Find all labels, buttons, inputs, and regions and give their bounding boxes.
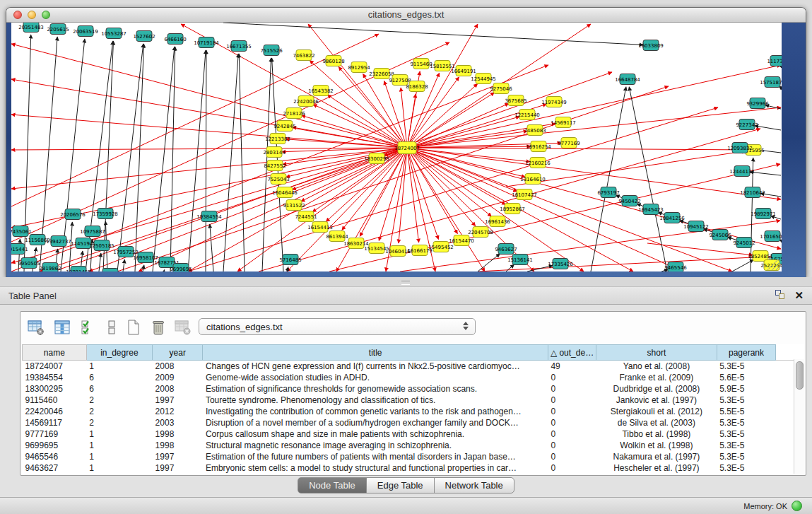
table-cell[interactable]: 5.3E-5 (717, 462, 776, 474)
table-row[interactable]: 2242004622012Investigating the contribut… (23, 406, 804, 417)
delete-table-button[interactable] (173, 317, 193, 337)
table-cell[interactable]: 0 (548, 428, 596, 440)
table-cell[interactable]: 5.3E-5 (717, 451, 776, 462)
table-row[interactable]: 1938455462009Genome-wide association stu… (23, 372, 804, 383)
table-cell[interactable]: 2 (86, 395, 152, 406)
table-cell[interactable]: 5.3E-5 (717, 428, 776, 440)
column-header-title[interactable]: title (203, 345, 548, 361)
table-cell[interactable]: 1 (86, 440, 152, 451)
column-header-out_de[interactable]: △ out_de… (548, 345, 596, 361)
create-column-button[interactable] (124, 317, 143, 337)
table-cell[interactable]: 2 (86, 417, 152, 428)
table-cell[interactable]: Stergiakouli et al. (2012) (596, 406, 717, 417)
table-cell[interactable]: 5.3E-5 (717, 361, 776, 373)
close-window-button[interactable] (13, 11, 22, 19)
tab-network-table[interactable]: Network Table (434, 477, 514, 493)
table-cell[interactable]: 9463627 (23, 462, 87, 474)
column-header-name[interactable]: name (23, 345, 87, 361)
show-columns-button[interactable] (52, 317, 72, 337)
column-header-short[interactable]: short (596, 345, 717, 361)
table-row[interactable]: 1872400712008Changes of HCN gene express… (23, 361, 804, 373)
table-cell[interactable]: Structural magnetic resonance image aver… (203, 440, 548, 451)
table-cell[interactable]: 0 (548, 440, 596, 451)
table-cell[interactable]: de Silva et al. (2003) (596, 417, 717, 428)
table-cell[interactable]: Genome-wide association studies in ADHD. (203, 372, 548, 383)
table-cell[interactable]: Jankovic et al. (1997) (596, 395, 717, 406)
table-scrollbar[interactable] (794, 359, 804, 474)
table-cell[interactable]: 5.6E-5 (717, 372, 776, 383)
table-cell[interactable]: 14569117 (23, 417, 87, 428)
table-cell[interactable]: 9699695 (23, 440, 87, 451)
table-cell[interactable]: 0 (548, 383, 596, 395)
table-row[interactable]: 977716911998Corpus callosum shape and si… (23, 428, 804, 440)
table-cell[interactable]: Hescheler et al. (1997) (596, 462, 717, 474)
column-header-pagerank[interactable]: pagerank (717, 345, 776, 361)
network-canvas[interactable]: 1872400718300295203514832205615200635191… (11, 23, 782, 271)
table-cell[interactable]: 2 (86, 406, 152, 417)
table-row[interactable]: 1830029562008Estimation of significance … (23, 383, 804, 395)
table-cell[interactable]: 9115460 (23, 395, 87, 406)
zoom-window-button[interactable] (42, 11, 50, 19)
table-cell[interactable]: 9777169 (23, 428, 87, 440)
table-cell[interactable]: 1 (86, 428, 152, 440)
table-cell[interactable]: 1997 (153, 451, 203, 462)
table-cell[interactable]: Investigating the contribution of common… (203, 406, 548, 417)
table-row[interactable]: 1456911722003Disruption of a novel membe… (23, 417, 804, 428)
float-panel-icon[interactable] (775, 290, 786, 300)
table-row[interactable]: 911546021997Tourette syndrome. Phenomeno… (23, 395, 804, 406)
table-cell[interactable]: 1 (86, 462, 152, 474)
table-cell[interactable]: 0 (548, 395, 596, 406)
delete-columns-button[interactable] (148, 317, 168, 337)
table-cell[interactable]: Estimation of significance thresholds fo… (203, 383, 548, 395)
table-cell[interactable]: 9465546 (23, 451, 87, 462)
table-cell[interactable]: 5.3E-5 (717, 440, 776, 451)
column-header-year[interactable]: year (153, 345, 203, 361)
divider-grip-icon[interactable] (401, 281, 410, 285)
scrollbar-thumb[interactable] (796, 361, 804, 390)
table-cell[interactable]: Changes of HCN gene expression and I(f) … (203, 361, 548, 373)
table-cell[interactable]: 0 (548, 462, 596, 474)
table-cell[interactable]: 2008 (153, 361, 203, 373)
table-cell[interactable]: 18724007 (23, 361, 87, 373)
table-cell[interactable]: 0 (548, 372, 596, 383)
node-table[interactable]: namein_degreeyeartitle△ out_de…shortpage… (22, 344, 804, 474)
table-cell[interactable]: 49 (548, 361, 596, 373)
panel-divider[interactable] (0, 277, 812, 286)
table-cell[interactable]: 0 (548, 406, 596, 417)
table-cell[interactable]: 2012 (153, 406, 203, 417)
table-row[interactable]: 946554611997Estimation of the future num… (23, 451, 804, 462)
table-row[interactable]: 969969511998Structural magnetic resonanc… (23, 440, 804, 451)
table-mode-button[interactable] (26, 317, 46, 337)
table-cell[interactable]: Dudbridge et al. (2008) (596, 383, 717, 395)
table-cell[interactable]: Yano et al. (2008) (596, 361, 717, 373)
table-cell[interactable]: Wolkin et al. (1998) (596, 440, 717, 451)
table-cell[interactable]: 1 (86, 361, 152, 373)
table-source-select[interactable]: citations_edges.txt (199, 318, 476, 335)
table-cell[interactable]: Corpus callosum shape and size in male p… (203, 428, 548, 440)
table-cell[interactable]: 22420046 (23, 406, 87, 417)
table-cell[interactable]: 5.3E-5 (717, 417, 776, 428)
close-panel-icon[interactable]: ✕ (794, 290, 804, 300)
tab-node-table[interactable]: Node Table (298, 477, 367, 493)
table-row[interactable]: 946362711997Embryonic stem cells: a mode… (23, 462, 804, 474)
table-cell[interactable]: 5.5E-5 (717, 406, 776, 417)
row-height-button[interactable] (102, 317, 122, 337)
table-cell[interactable]: 5.9E-5 (717, 383, 776, 395)
table-cell[interactable]: 0 (548, 451, 596, 462)
table-cell[interactable]: Estimation of the future numbers of pati… (203, 451, 548, 462)
table-cell[interactable]: 0 (548, 417, 596, 428)
table-cell[interactable]: Franke et al. (2009) (596, 372, 717, 383)
network-window-titlebar[interactable]: citations_edges.txt (6, 8, 806, 23)
table-cell[interactable]: 2009 (153, 372, 203, 383)
table-cell[interactable]: 1998 (153, 428, 203, 440)
select-rows-button[interactable] (78, 317, 98, 337)
table-cell[interactable]: Tourette syndrome. Phenomenology and cla… (203, 395, 548, 406)
column-header-in_degree[interactable]: in_degree (86, 345, 152, 361)
table-cell[interactable]: 18300295 (23, 383, 87, 395)
table-cell[interactable]: Nakamura et al. (1997) (596, 451, 717, 462)
table-cell[interactable]: 19384554 (23, 372, 87, 383)
minimize-window-button[interactable] (28, 11, 36, 19)
table-cell[interactable]: 5.3E-5 (717, 395, 776, 406)
table-cell[interactable]: 1997 (153, 462, 203, 474)
table-cell[interactable]: 6 (86, 383, 152, 395)
